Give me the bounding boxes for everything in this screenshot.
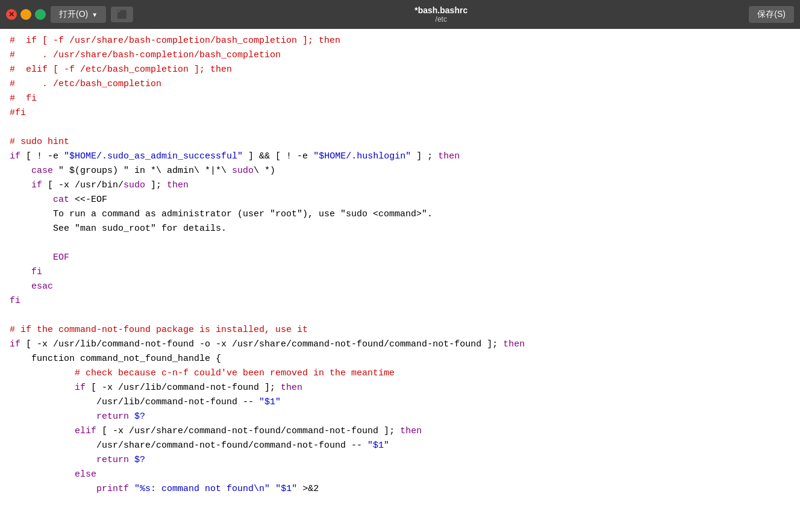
code-content: cat <<-EOF [10,193,790,207]
code-token [10,368,75,378]
code-token: fi [10,296,20,306]
code-token: case [10,166,53,176]
code-token: esac [10,281,53,292]
code-token: " in *\ admin\ *|*\ [118,166,232,176]
open-label: 打开(O) [59,9,88,20]
code-content: # elif [ -f /etc/bash_completion ]; then [10,63,790,77]
code-line: # . /etc/bash_completion [10,77,790,92]
code-token: ] ; [411,151,438,161]
titlebar: ✕ 打开(O) ▼ ⬛ *bash.bashrc /etc 保存(S) [0,0,800,29]
code-token: EOF [10,252,69,263]
code-token: See "man sudo_root" for details. [10,224,227,234]
icon-label: ⬛ [117,10,127,19]
code-token [10,412,96,422]
code-token: $? [129,455,145,465]
open-arrow-icon: ▼ [92,11,98,18]
code-line: # sudo hint [10,135,790,149]
code-token: /usr/lib/command-not-found -- [10,397,259,407]
code-token: [ -x /usr/share/command-not-found/comman… [96,426,400,436]
titlebar-title: *bash.bashrc /etc [138,5,744,23]
code-content: printf "%s: command not found\n" "$1" >&… [10,482,790,496]
code-token: [ -x /usr/bin/ [42,180,123,190]
code-line: # elif [ -f /etc/bash_completion ]; then [10,63,790,77]
code-line: To run a command as administrator (user … [10,207,790,222]
code-token: [ ! -e [20,151,64,161]
code-token: if [10,180,42,190]
code-content: esac [10,280,790,294]
code-token: fi [10,267,42,277]
icon-button[interactable]: ⬛ [111,7,133,22]
code-token: then [400,426,422,436]
code-token: if [10,151,20,161]
code-content: EOF [10,251,790,265]
code-line: # fi [10,92,790,106]
minimize-button[interactable] [20,9,31,20]
code-line: cat <<-EOF [10,193,790,207]
code-content [10,308,790,323]
code-token: else [75,469,96,480]
code-token [10,195,53,205]
code-token: # elif [ -f /etc/bash_completion ]; then [10,64,232,75]
code-content [10,120,790,135]
code-token: #fi [10,108,26,118]
code-token: then [281,383,302,393]
code-token: /usr/share/command-not-found/command-not… [10,440,367,451]
code-token: <<-EOF [69,195,107,205]
code-token: # if [ -f /usr/share/bash-completion/bas… [10,36,340,46]
code-token [129,484,134,494]
code-line: if [ ! -e "$HOME/.sudo_as_admin_successf… [10,149,790,164]
code-line: fi [10,294,790,308]
code-line: return $? [10,410,790,424]
code-line: if [ -x /usr/bin/sudo ]; then [10,178,790,193]
code-content: # sudo hint [10,135,790,149]
code-line: else [10,468,790,482]
code-content: if [ ! -e "$HOME/.sudo_as_admin_successf… [10,149,790,164]
code-content: # fi [10,92,790,106]
code-line: return $? [10,453,790,468]
code-token: " [53,166,69,176]
code-token: then [503,339,525,349]
code-token: sudo [232,166,254,176]
code-content: /usr/lib/command-not-found -- "$1" [10,395,790,410]
code-token: [ -x /usr/lib/command-not-found -o -x /u… [20,339,503,349]
code-content: case " $(groups) " in *\ admin\ *|*\ sud… [10,164,790,178]
code-line: /usr/share/command-not-found/command-not… [10,439,790,453]
code-content: return $? [10,410,790,424]
code-line: See "man sudo_root" for details. [10,222,790,236]
code-token: # . /etc/bash_completion [10,79,161,89]
code-token: # fi [10,93,37,104]
editor-area[interactable]: # if [ -f /usr/share/bash-completion/bas… [0,29,800,532]
code-line: printf "%s: command not found\n" "$1" >&… [10,482,790,496]
code-line: # if the command-not-found package is in… [10,323,790,337]
code-token: if [10,339,20,349]
code-token: return [96,412,129,422]
code-content: if [ -x /usr/lib/command-not-found -o -x… [10,337,790,352]
code-line [10,308,790,323]
code-token [10,484,96,494]
code-token: # sudo hint [10,137,69,147]
code-content [10,236,790,251]
code-content: # check because c-n-f could've been remo… [10,366,790,381]
code-line: #fi [10,106,790,120]
code-line: /usr/lib/command-not-found -- "$1" [10,395,790,410]
code-content: return $? [10,453,790,468]
maximize-button[interactable] [35,9,46,20]
code-token [10,426,75,436]
code-token [10,469,75,480]
save-label: 保存(S) [757,9,786,19]
save-button[interactable]: 保存(S) [749,6,794,23]
code-line: if [ -x /usr/lib/command-not-found ]; th… [10,381,790,395]
code-token: "%s: command not found\n" [134,484,270,494]
open-button[interactable]: 打开(O) ▼ [51,6,106,23]
code-token: if [75,383,86,393]
code-token: # if the command-not-found package is in… [10,325,308,335]
code-line: # if [ -f /usr/share/bash-completion/bas… [10,34,790,48]
code-token: "$1" [275,484,297,494]
code-token: >&2 [297,484,319,494]
code-token [10,455,96,465]
close-button[interactable]: ✕ [6,9,17,20]
code-token: ] && [ ! -e [243,151,313,161]
code-token: return [96,455,129,465]
code-content: # if the command-not-found package is in… [10,323,790,337]
code-content: /usr/share/command-not-found/command-not… [10,439,790,453]
